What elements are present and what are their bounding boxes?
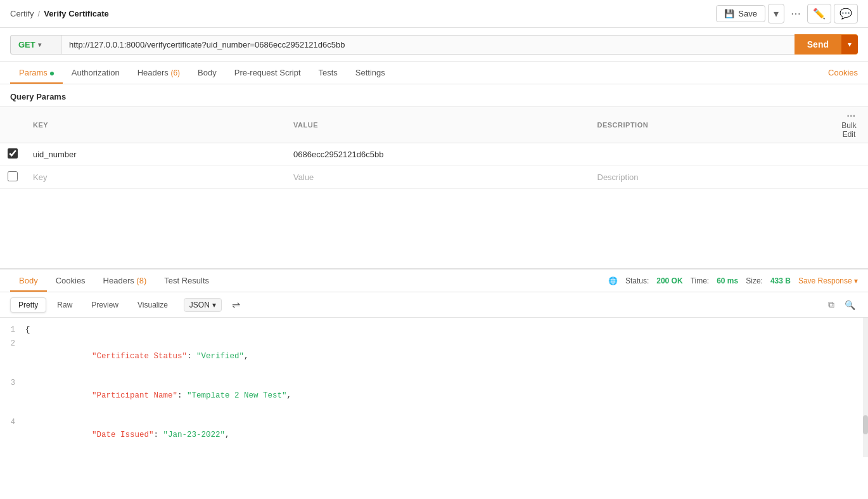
format-type-chevron-icon: ▾ [212, 301, 216, 309]
response-headers-badge: (8) [136, 276, 146, 285]
format-preview-button[interactable]: Preview [83, 297, 127, 313]
code-toolbar: Pretty Raw Preview Visualize JSON ▾ ⇌ ⧉ … [0, 292, 868, 318]
format-raw-button[interactable]: Raw [49, 297, 80, 313]
response-code-area: 1 { 2 "Certificate Status": "Verified", … [0, 318, 868, 457]
top-bar-actions: 💾 Save ▾ ⋯ ✏️ 💬 [716, 4, 858, 23]
line-num-2: 2 [0, 338, 25, 350]
params-table: KEY VALUE DESCRIPTION ⋯ Bulk Edit uid_nu… [0, 107, 868, 189]
save-label: Save [738, 9, 757, 18]
param-checkbox[interactable] [8, 148, 18, 159]
tab-authorization[interactable]: Authorization [63, 62, 129, 84]
col-key: KEY [25, 107, 286, 143]
key-placeholder: Key [33, 172, 47, 182]
method-chevron-icon: ▾ [38, 41, 41, 48]
table-row-new: Key Value Description [0, 166, 868, 189]
response-section: Body Cookies Headers (8) Test Results 🌐 … [0, 268, 868, 457]
method-dropdown[interactable]: GET ▾ [10, 35, 61, 55]
line-num-5: 5 [0, 456, 25, 457]
url-input[interactable] [61, 35, 795, 55]
globe-icon: 🌐 [608, 276, 618, 285]
scrollbar-thumb[interactable] [863, 415, 868, 434]
response-tab-headers[interactable]: Headers (8) [94, 269, 156, 292]
code-line-3: 3 "Participant Name": "Template 2 New Te… [0, 376, 868, 415]
desc-placeholder: Description [597, 172, 639, 182]
search-button[interactable]: 🔍 [842, 297, 858, 313]
tab-body[interactable]: Body [189, 62, 226, 84]
code-line-4: 4 "Date Issued": "Jan-23-2022", [0, 415, 868, 455]
line-num-4: 4 [0, 417, 25, 429]
query-params-title: Query Params [0, 84, 868, 107]
filter-button[interactable]: ⇌ [227, 296, 245, 313]
code-content-3: "Participant Name": "Template 2 New Test… [25, 377, 868, 415]
response-tabs: Body Cookies Headers (8) Test Results 🌐 … [0, 269, 868, 292]
copy-button[interactable]: ⧉ [826, 297, 837, 313]
size-label: Size: [746, 276, 763, 285]
request-tabs: Params Authorization Headers (6) Body Pr… [0, 62, 868, 84]
save-button[interactable]: 💾 Save [716, 5, 765, 22]
new-row-checkbox-cell[interactable] [0, 166, 25, 189]
new-param-checkbox[interactable] [8, 171, 18, 181]
new-param-key-cell[interactable]: Key [25, 166, 286, 189]
params-dot [50, 72, 54, 75]
code-toolbar-right: ⧉ 🔍 [826, 297, 858, 313]
format-type-select[interactable]: JSON ▾ [184, 298, 222, 312]
format-type-label: JSON [189, 301, 210, 309]
breadcrumb: Certify / Verify Certificate [10, 9, 109, 18]
tab-params[interactable]: Params [10, 62, 63, 84]
method-label: GET [18, 40, 35, 49]
save-response-button[interactable]: Save Response ▾ [798, 276, 858, 285]
response-tab-test-results[interactable]: Test Results [155, 269, 218, 292]
code-content-5: "Content": "Normal Certificate", [25, 455, 868, 457]
param-key-cell[interactable]: uid_number [25, 143, 286, 166]
more-icon[interactable]: ⋯ [846, 111, 856, 121]
response-tab-cookies[interactable]: Cookies [47, 269, 94, 292]
col-value: VALUE [286, 107, 590, 143]
format-pretty-button[interactable]: Pretty [10, 297, 46, 313]
format-visualize-button[interactable]: Visualize [129, 297, 176, 313]
tab-settings[interactable]: Settings [347, 62, 394, 84]
comment-icon-button[interactable]: 💬 [834, 4, 858, 23]
col-actions: ⋯ Bulk Edit [830, 107, 868, 143]
row-checkbox-cell[interactable] [0, 143, 25, 166]
col-description: DESCRIPTION [590, 107, 831, 143]
line-num-1: 1 [0, 324, 25, 336]
top-bar: Certify / Verify Certificate 💾 Save ▾ ⋯ … [0, 0, 868, 28]
table-header-row: KEY VALUE DESCRIPTION ⋯ Bulk Edit [0, 107, 868, 143]
new-param-desc-cell[interactable]: Description [590, 166, 831, 189]
save-chevron-button[interactable]: ▾ [768, 4, 784, 23]
new-param-actions-cell [830, 166, 868, 189]
param-actions-cell [830, 143, 868, 166]
more-options-button[interactable]: ⋯ [787, 5, 805, 22]
send-button[interactable]: Send [795, 34, 841, 55]
response-status-bar: 🌐 Status: 200 OK Time: 60 ms Size: 433 B… [608, 276, 858, 285]
value-placeholder: Value [293, 172, 314, 182]
bulk-edit-button[interactable]: Bulk Edit [838, 121, 860, 139]
param-desc-cell[interactable] [590, 143, 831, 166]
status-label: Status: [625, 276, 649, 285]
edit-icon-button[interactable]: ✏️ [807, 4, 831, 23]
time-label: Time: [691, 276, 710, 285]
send-button-group: Send ▾ [795, 34, 858, 55]
url-bar: GET ▾ Send ▾ [0, 28, 868, 62]
tab-headers[interactable]: Headers (6) [129, 62, 189, 84]
time-value: 60 ms [717, 276, 738, 285]
headers-badge: (6) [170, 68, 180, 77]
status-value: 200 OK [656, 276, 682, 285]
tab-tests[interactable]: Tests [310, 62, 347, 84]
code-line-5: 5 "Content": "Normal Certificate", [0, 455, 868, 457]
code-content-1: { [25, 323, 868, 336]
param-value-cell[interactable]: 0686ecc2952121d6c5bb [286, 143, 590, 166]
response-tab-body[interactable]: Body [10, 269, 47, 292]
size-value: 433 B [770, 276, 791, 285]
code-line-2: 2 "Certificate Status": "Verified", [0, 337, 868, 376]
send-chevron-button[interactable]: ▾ [841, 35, 858, 54]
breadcrumb-separator: / [38, 9, 41, 18]
scrollbar-track[interactable] [863, 318, 868, 457]
col-checkbox [0, 107, 25, 143]
cookies-link[interactable]: Cookies [828, 62, 858, 84]
new-param-value-cell[interactable]: Value [286, 166, 590, 189]
code-content-2: "Certificate Status": "Verified", [25, 337, 868, 375]
breadcrumb-parent: Certify [10, 9, 34, 18]
tab-prerequest[interactable]: Pre-request Script [226, 62, 310, 84]
line-num-3: 3 [0, 377, 25, 389]
